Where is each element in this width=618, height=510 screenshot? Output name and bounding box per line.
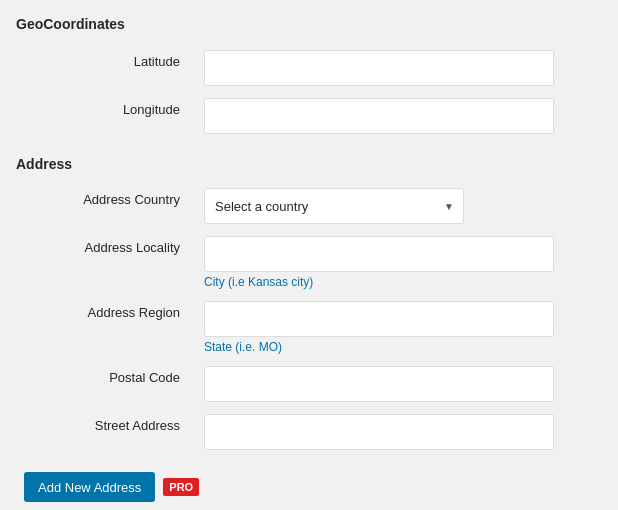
- postal-row: Postal Code: [16, 360, 602, 408]
- postal-label: Postal Code: [16, 360, 196, 408]
- address-title: Address: [16, 156, 602, 172]
- longitude-input[interactable]: [204, 98, 554, 134]
- postal-input[interactable]: [204, 366, 554, 402]
- longitude-label: Longitude: [16, 92, 196, 140]
- street-input[interactable]: [204, 414, 554, 450]
- address-table: Address Country Select a country Address…: [16, 182, 602, 456]
- bottom-row: Add New Address PRO: [16, 472, 602, 502]
- geocoordinates-table: Latitude Longitude: [16, 44, 602, 140]
- latitude-cell: [196, 44, 602, 92]
- street-cell: [196, 408, 602, 456]
- locality-hint: City (i.e Kansas city): [204, 275, 594, 289]
- geocoordinates-section: GeoCoordinates Latitude Longitude: [16, 16, 602, 140]
- locality-label: Address Locality: [16, 230, 196, 295]
- region-label: Address Region: [16, 295, 196, 360]
- latitude-input[interactable]: [204, 50, 554, 86]
- longitude-cell: [196, 92, 602, 140]
- country-row: Address Country Select a country: [16, 182, 602, 230]
- latitude-label: Latitude: [16, 44, 196, 92]
- locality-input[interactable]: [204, 236, 554, 272]
- add-address-button[interactable]: Add New Address: [24, 472, 155, 502]
- locality-cell: City (i.e Kansas city): [196, 230, 602, 295]
- street-row: Street Address: [16, 408, 602, 456]
- locality-row: Address Locality City (i.e Kansas city): [16, 230, 602, 295]
- region-hint: State (i.e. MO): [204, 340, 594, 354]
- postal-cell: [196, 360, 602, 408]
- latitude-row: Latitude: [16, 44, 602, 92]
- address-section: Address Address Country Select a country…: [16, 156, 602, 456]
- region-cell: State (i.e. MO): [196, 295, 602, 360]
- country-cell: Select a country: [196, 182, 602, 230]
- pro-badge: PRO: [163, 478, 199, 496]
- region-row: Address Region State (i.e. MO): [16, 295, 602, 360]
- longitude-row: Longitude: [16, 92, 602, 140]
- region-input[interactable]: [204, 301, 554, 337]
- country-select-wrapper: Select a country: [204, 188, 464, 224]
- street-label: Street Address: [16, 408, 196, 456]
- country-select[interactable]: Select a country: [204, 188, 464, 224]
- geocoordinates-title: GeoCoordinates: [16, 16, 602, 32]
- country-label: Address Country: [16, 182, 196, 230]
